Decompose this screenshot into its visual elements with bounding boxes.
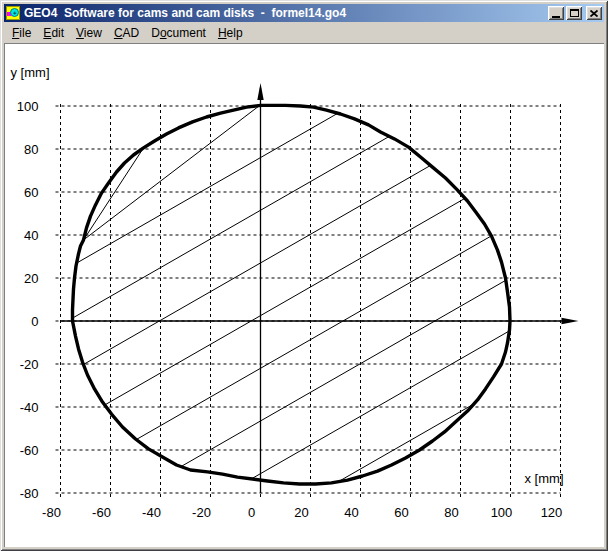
maximize-button[interactable] [566, 6, 582, 20]
menu-item-label-part: ile [19, 26, 31, 40]
y-tick-label: 80 [24, 142, 38, 157]
window-title: GEO4 Software for cams and cam disks - f… [24, 6, 546, 20]
title-bar: + GEO4 Software for cams and cam disks -… [4, 4, 604, 22]
menu-item-label-part: o [160, 26, 167, 40]
y-axis-title: y [mm] [11, 65, 50, 80]
menu-item-label-part: H [218, 26, 227, 40]
app-window: + GEO4 Software for cams and cam disks -… [0, 0, 608, 551]
menu-item-cad[interactable]: CAD [108, 24, 145, 42]
y-tick-label: 40 [24, 228, 38, 243]
y-tick-label: -60 [20, 443, 39, 458]
maximize-icon [570, 9, 579, 17]
x-tick-label: -40 [142, 505, 161, 520]
menu-item-label-part: cument [167, 26, 206, 40]
menu-item-label-part: iew [84, 26, 102, 40]
y-tick-label: -20 [20, 357, 39, 372]
x-tick-label: 0 [248, 505, 255, 520]
menu-item-edit[interactable]: Edit [37, 24, 70, 42]
cam-icon-center-mark: + [13, 11, 16, 14]
menu-item-label-part: V [76, 26, 84, 40]
x-axis-title: x [mm] [525, 471, 564, 486]
minimize-button[interactable] [548, 6, 564, 20]
y-tick-label: -40 [20, 400, 39, 415]
y-tick-label: 0 [31, 314, 38, 329]
x-tick-label: 100 [491, 505, 513, 520]
menu-item-document[interactable]: Document [145, 24, 212, 42]
plot-client-area: -80-60-40-20020406080100120100806040200-… [4, 43, 604, 547]
menu-item-file[interactable]: File [6, 24, 37, 42]
x-tick-label: -20 [192, 505, 211, 520]
menu-bar: FileEditViewCADDocumentHelp [4, 23, 604, 42]
plot-background [5, 44, 604, 547]
menu-item-label-part: elp [227, 26, 243, 40]
menu-item-label-part: C [114, 26, 123, 40]
x-tick-label: 20 [294, 505, 308, 520]
y-tick-label: -80 [20, 486, 39, 501]
minimize-icon [552, 16, 560, 18]
x-tick-label: 80 [444, 505, 458, 520]
plot-canvas: -80-60-40-20020406080100120100806040200-… [5, 44, 604, 547]
window-controls [546, 6, 602, 20]
menu-item-view[interactable]: View [70, 24, 108, 42]
y-tick-label: 20 [24, 271, 38, 286]
menu-item-label-part: dit [51, 26, 64, 40]
x-tick-label: 40 [344, 505, 358, 520]
y-tick-label: 60 [24, 185, 38, 200]
close-icon [590, 10, 598, 17]
menu-item-label-part: AD [123, 26, 140, 40]
menu-item-help[interactable]: Help [212, 24, 249, 42]
x-tick-label: 120 [541, 505, 563, 520]
close-button[interactable] [586, 6, 602, 20]
x-tick-label: 60 [394, 505, 408, 520]
cam-app-icon[interactable]: + [6, 6, 20, 20]
y-tick-label: 100 [17, 99, 39, 114]
x-tick-label: -80 [42, 505, 61, 520]
x-tick-label: -60 [92, 505, 111, 520]
menu-item-label-part: D [151, 26, 160, 40]
